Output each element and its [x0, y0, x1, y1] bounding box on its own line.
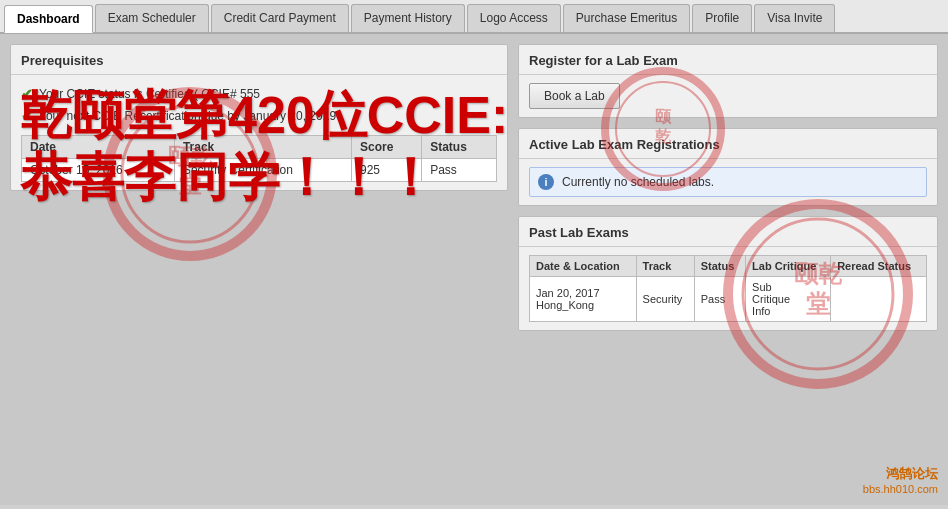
register-lab-panel: Register for a Lab Exam Book a Lab: [518, 44, 938, 118]
past-table-header-row: Date & Location Track Status Lab Critiqu…: [530, 256, 927, 277]
tab-credit-card[interactable]: Credit Card Payment: [211, 4, 349, 32]
prereq-item-2: ✔ Your next CCIE Recertification due by …: [21, 105, 497, 127]
prerequisites-body: ✔ Your CCIE status is Certified ( CCIE# …: [11, 75, 507, 190]
register-lab-body: Book a Lab: [519, 75, 937, 117]
tab-exam-scheduler[interactable]: Exam Scheduler: [95, 4, 209, 32]
col-score: Score: [351, 136, 421, 159]
cell-date: October 15, 2016: [22, 159, 175, 182]
past-col-track: Track: [636, 256, 694, 277]
prereq-text-1: Your CCIE status is Certified ( CCIE# 55…: [39, 87, 260, 101]
no-labs-info: i Currently no scheduled labs.: [529, 167, 927, 197]
no-labs-text: Currently no scheduled labs.: [562, 175, 714, 189]
past-lab-panel: Past Lab Exams Date & Location Track Sta…: [518, 216, 938, 331]
prerequisites-panel: Prerequisites ✔ Your CCIE status is Cert…: [10, 44, 508, 191]
check-icon-1: ✔: [21, 86, 33, 102]
right-column: Register for a Lab Exam Book a Lab Activ…: [518, 44, 938, 495]
cell-status: Pass: [422, 159, 497, 182]
past-col-reread: Reread Status: [831, 256, 927, 277]
tab-visa-invite[interactable]: Visa Invite: [754, 4, 835, 32]
active-registrations-panel: Active Lab Exam Registrations i Currentl…: [518, 128, 938, 206]
past-col-critique: Lab Critique: [746, 256, 831, 277]
table-row: October 15, 2016 Security Certification …: [22, 159, 497, 182]
tab-profile[interactable]: Profile: [692, 4, 752, 32]
prerequisites-title: Prerequisites: [11, 45, 507, 75]
cell-score: 925: [351, 159, 421, 182]
col-date: Date: [22, 136, 175, 159]
prerequisites-table: Date Track Score Status October 15, 2016…: [21, 135, 497, 182]
col-status: Status: [422, 136, 497, 159]
table-header-row: Date Track Score Status: [22, 136, 497, 159]
cell-track: Security Certification: [174, 159, 351, 182]
tab-dashboard[interactable]: Dashboard: [4, 5, 93, 33]
past-col-date: Date & Location: [530, 256, 637, 277]
past-lab-body: Date & Location Track Status Lab Critiqu…: [519, 247, 937, 330]
past-table-row: Jan 20, 2017Hong_Kong Security Pass SubC…: [530, 277, 927, 322]
book-lab-button[interactable]: Book a Lab: [529, 83, 620, 109]
tab-payment-history[interactable]: Payment History: [351, 4, 465, 32]
past-cell-status: Pass: [694, 277, 745, 322]
past-cell-reread: [831, 277, 927, 322]
left-column: Prerequisites ✔ Your CCIE status is Cert…: [10, 44, 508, 495]
past-cell-critique: SubCritiqueInfo: [746, 277, 831, 322]
tab-bar: Dashboard Exam Scheduler Credit Card Pay…: [0, 0, 948, 34]
past-cell-date: Jan 20, 2017Hong_Kong: [530, 277, 637, 322]
past-col-status: Status: [694, 256, 745, 277]
check-icon-2: ✔: [21, 108, 33, 124]
active-registrations-title: Active Lab Exam Registrations: [519, 129, 937, 159]
tab-purchase-emeritus[interactable]: Purchase Emeritus: [563, 4, 690, 32]
past-cell-track: Security: [636, 277, 694, 322]
tab-logo-access[interactable]: Logo Access: [467, 4, 561, 32]
info-icon: i: [538, 174, 554, 190]
prereq-item-1: ✔ Your CCIE status is Certified ( CCIE# …: [21, 83, 497, 105]
past-exams-table: Date & Location Track Status Lab Critiqu…: [529, 255, 927, 322]
prereq-text-2: Your next CCIE Recertification due by Ja…: [39, 109, 336, 123]
main-content: Prerequisites ✔ Your CCIE status is Cert…: [0, 34, 948, 505]
past-lab-title: Past Lab Exams: [519, 217, 937, 247]
col-track: Track: [174, 136, 351, 159]
active-registrations-body: i Currently no scheduled labs.: [519, 159, 937, 205]
register-lab-title: Register for a Lab Exam: [519, 45, 937, 75]
